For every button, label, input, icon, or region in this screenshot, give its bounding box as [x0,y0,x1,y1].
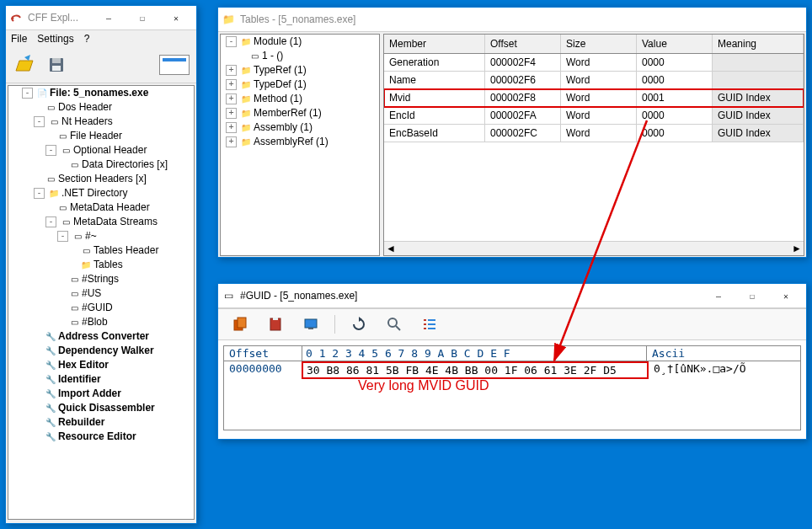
nav-tree[interactable]: -📄File: 5_nonames.exe ▭Dos Header -▭Nt H… [8,85,195,520]
tree-identifier[interactable]: Identifier [58,372,101,387]
search-icon[interactable] [382,313,406,336]
expander-icon[interactable]: - [34,116,45,127]
tree-data-directories[interactable]: Data Directories [x] [82,158,168,172]
table-row[interactable]: Generation000002F4Word0000 [384,54,804,72]
horizontal-scrollbar[interactable]: ◄► [384,241,804,255]
tree-tables[interactable]: Tables [93,258,123,272]
expander-icon[interactable]: + [226,94,237,104]
expander-icon[interactable]: - [226,36,237,47]
table-row[interactable]: EncBaseId000002FCWord0000GUID Index [384,125,804,142]
cell-member[interactable]: EncBaseId [384,125,485,142]
open-icon[interactable] [13,53,36,77]
maximize-button[interactable]: ☐ [126,7,159,29]
screen-icon[interactable] [299,313,323,336]
tree-file-header[interactable]: File Header [70,129,122,143]
cell-member[interactable]: Mvid [384,89,485,107]
refresh-icon[interactable] [347,313,371,336]
module-node[interactable]: Module (1) [254,35,302,49]
cell-value[interactable]: 0000 [637,125,713,142]
cell-offset[interactable]: 000002FC [485,125,561,142]
tree-net-directory[interactable]: .NET Directory [61,186,127,200]
menu-file[interactable]: File [11,33,27,45]
tree-blob[interactable]: #Blob [82,315,108,329]
tree-hex-editor[interactable]: Hex Editor [58,358,109,372]
tree-rebuilder[interactable]: Rebuilder [58,415,104,430]
tree-resource-editor[interactable]: Resource Editor [58,430,136,444]
copy-icon[interactable] [228,313,252,336]
expander-icon[interactable]: - [22,88,33,99]
expander-icon[interactable]: + [226,79,237,90]
tree-address-converter[interactable]: Address Converter [58,329,149,344]
cell-member[interactable]: EncId [384,107,485,125]
tree-metadata-streams[interactable]: MetaData Streams [73,215,158,229]
assemblyref-node[interactable]: AssemblyRef (1) [254,135,329,149]
col-size[interactable]: Size [561,35,637,53]
titlebar[interactable]: CFF Expl... — ☐ ✕ [6,6,196,30]
expander-icon[interactable]: - [45,216,56,227]
tree-dependency-walker[interactable]: Dependency Walker [58,344,154,358]
cell-meaning[interactable] [713,54,804,72]
typedef-node[interactable]: TypeDef (1) [254,77,307,92]
tree-htilde[interactable]: #~ [85,229,97,243]
tree-quick-disassembler[interactable]: Quick Disassembler [58,401,155,415]
expander-icon[interactable]: - [34,188,45,199]
tree-dos-header[interactable]: Dos Header [58,100,112,115]
table-row[interactable]: Name000002F6Word0000 [384,72,804,89]
tree-nt-headers[interactable]: Nt Headers [61,115,113,129]
table-row[interactable]: EncId000002FAWord0000GUID Index [384,107,804,125]
close-button[interactable]: ✕ [769,285,803,307]
module-child[interactable]: 1 - () [262,49,283,63]
tree-import-adder[interactable]: Import Adder [58,387,121,401]
window-icon[interactable] [159,55,190,75]
minimize-button[interactable]: — [92,7,126,29]
tree-tables-header[interactable]: Tables Header [93,243,158,258]
expander-icon[interactable]: + [226,108,237,119]
cell-member[interactable]: Name [384,72,485,89]
minimize-button[interactable]: — [702,285,735,307]
tree-metadata-header[interactable]: MetaData Header [70,200,150,215]
cell-meaning[interactable]: GUID Index [713,89,804,107]
assembly-node[interactable]: Assembly (1) [254,120,313,135]
tree-file[interactable]: File: 5_nonames.exe [50,86,148,100]
cell-offset[interactable]: 000002F8 [485,89,561,107]
cell-value[interactable]: 0000 [637,107,713,125]
method-node[interactable]: Method (1) [254,92,302,106]
cell-value[interactable]: 0000 [637,72,713,89]
scroll-right-icon[interactable]: ► [792,243,802,254]
cell-size[interactable]: Word [561,72,637,89]
col-meaning[interactable]: Meaning [713,35,804,53]
expander-icon[interactable]: - [57,231,68,242]
menu-settings[interactable]: Settings [37,33,73,45]
menu-help[interactable]: ? [84,33,90,45]
typeref-node[interactable]: TypeRef (1) [254,63,307,77]
cell-meaning[interactable] [713,72,804,89]
expander-icon[interactable]: + [226,122,237,133]
maximize-button[interactable]: ☐ [735,285,769,307]
scroll-left-icon[interactable]: ◄ [386,243,396,254]
memberref-node[interactable]: MemberRef (1) [254,106,322,120]
cell-size[interactable]: Word [561,107,637,125]
tree-strings[interactable]: #Strings [82,272,119,286]
cell-size[interactable]: Word [561,125,637,142]
expander-icon[interactable]: + [226,65,237,76]
cell-value[interactable]: 0001 [637,89,713,107]
tree-optional-header[interactable]: Optional Header [73,143,147,158]
tree-section-headers[interactable]: Section Headers [x] [58,172,147,186]
paste-icon[interactable] [264,313,287,336]
expander-icon[interactable]: + [226,136,237,147]
cell-meaning[interactable]: GUID Index [713,125,804,142]
save-icon[interactable] [45,53,68,77]
cell-value[interactable]: 0000 [637,54,713,72]
titlebar[interactable]: 📁 Tables - [5_nonames.exe] [218,8,806,32]
cell-meaning[interactable]: GUID Index [713,107,804,125]
list-icon[interactable] [418,313,441,336]
expander-icon[interactable]: - [45,145,56,156]
tree-us[interactable]: #US [82,286,101,301]
titlebar[interactable]: ▭ #GUID - [5_nonames.exe] — ☐ ✕ [218,284,806,308]
cell-size[interactable]: Word [561,89,637,107]
close-button[interactable]: ✕ [159,7,193,29]
cell-member[interactable]: Generation [384,54,485,72]
cell-offset[interactable]: 000002F6 [485,72,561,89]
col-value[interactable]: Value [637,35,713,53]
table-row[interactable]: Mvid000002F8Word0001GUID Index [384,89,804,107]
